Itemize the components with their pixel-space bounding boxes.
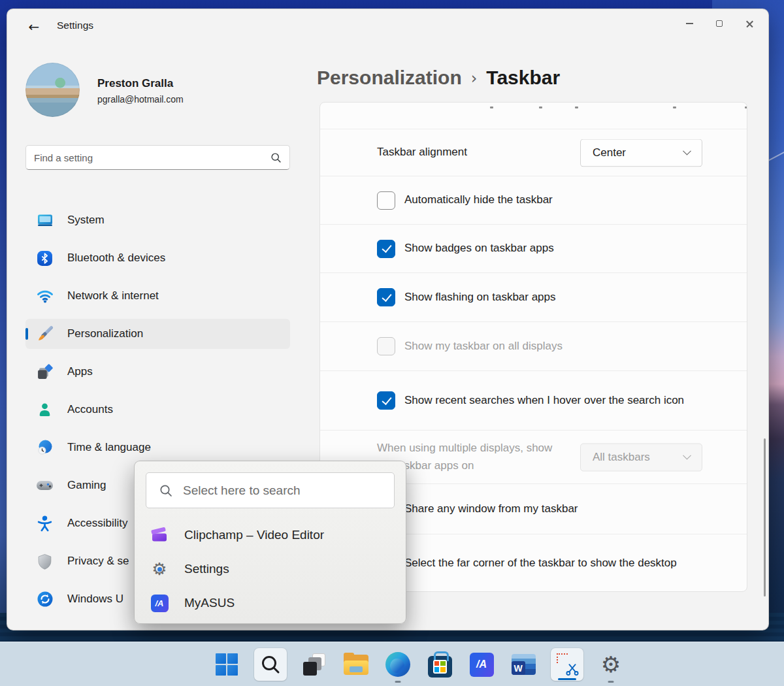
store-bag-icon <box>428 656 452 678</box>
find-setting-searchbox[interactable] <box>25 145 290 170</box>
sidebar-item-time-language[interactable]: Time & language <box>25 433 290 463</box>
checkbox-checked[interactable] <box>377 240 395 258</box>
sidebar-item-label: Accounts <box>67 403 113 416</box>
word-button[interactable]: W <box>509 650 538 679</box>
checkbox-unchecked[interactable] <box>377 191 395 210</box>
setting-row-recent-searches: Show recent searches when I hover over t… <box>320 370 747 430</box>
sidebar-item-label: Bluetooth & devices <box>67 252 165 265</box>
setting-label: Select the far corner of the taskbar to … <box>404 555 677 572</box>
sidebar-item-bluetooth-devices[interactable]: Bluetooth & devices <box>25 243 290 273</box>
dropdown-value: All taskbars <box>593 451 684 464</box>
setting-label: Automatically hide the taskbar <box>404 191 553 208</box>
back-button[interactable]: ← <box>23 17 45 37</box>
paintbrush-icon <box>36 325 54 343</box>
checkbox-checked[interactable] <box>377 288 395 306</box>
accessibility-person-icon <box>36 515 54 532</box>
file-explorer-button[interactable] <box>342 650 370 679</box>
sidebar-item-label: System <box>67 214 105 227</box>
word-icon: W <box>512 654 536 675</box>
screen: ← Settings Preston Gralla pgralla@hotmai… <box>0 0 784 686</box>
chevron-down-icon <box>683 451 691 459</box>
running-indicator <box>608 681 614 683</box>
myasus-icon: /A <box>470 653 494 677</box>
sidebar-item-label: Privacy & se <box>67 555 129 568</box>
search-icon <box>159 484 172 497</box>
clipped-row <box>320 103 747 129</box>
person-icon <box>36 401 54 419</box>
setting-row-auto-hide: Automatically hide the taskbar <box>320 176 747 224</box>
myasus-button[interactable]: /A <box>467 650 496 679</box>
task-view-icon <box>303 653 325 676</box>
myasus-icon: /A <box>150 594 169 612</box>
search-icon <box>260 654 281 675</box>
checkbox-disabled <box>377 337 395 355</box>
account-email: pgralla@hotmail.com <box>97 94 184 105</box>
microsoft-store-button[interactable] <box>425 650 454 679</box>
windows-logo-icon <box>216 653 238 676</box>
taskbar: /A W ⚙ <box>0 642 784 686</box>
sidebar-item-personalization[interactable]: Personalization <box>25 319 290 349</box>
setting-label: Show badges on taskbar apps <box>404 240 554 257</box>
edge-icon <box>385 652 410 677</box>
sidebar-item-system[interactable]: System <box>25 205 290 235</box>
setting-label: Taskbar alignment <box>377 144 467 161</box>
find-setting-input[interactable] <box>34 152 270 163</box>
sidebar-item-accounts[interactable]: Accounts <box>25 395 290 425</box>
shield-icon <box>36 553 54 570</box>
flyout-item-label: MyASUS <box>184 596 235 610</box>
search-icon <box>270 152 282 163</box>
gear-icon: ⚙ <box>601 653 621 676</box>
settings-gear-icon: ⚙ <box>150 560 169 578</box>
close-button[interactable] <box>734 12 764 35</box>
breadcrumb-personalization[interactable]: Personalization <box>317 67 462 89</box>
minimize-button[interactable] <box>674 12 704 35</box>
taskbar-alignment-dropdown[interactable]: Center <box>580 139 702 167</box>
flyout-item-settings[interactable]: ⚙ Settings <box>150 553 395 585</box>
chevron-down-icon <box>683 146 691 155</box>
sidebar-item-label: Gaming <box>67 479 106 492</box>
gamepad-icon <box>36 477 54 495</box>
flyout-search-input[interactable] <box>183 483 381 498</box>
clipchamp-icon <box>150 526 169 544</box>
taskbar-settings-button[interactable]: ⚙ <box>596 650 625 679</box>
folder-icon <box>344 655 368 675</box>
avatar[interactable] <box>25 63 80 117</box>
snipping-tool-icon <box>556 653 578 676</box>
window-title: Settings <box>57 20 93 31</box>
titlebar[interactable]: ← Settings <box>7 9 768 42</box>
sidebar-item-label: Accessibility <box>67 517 128 530</box>
search-flyout: Clipchamp – Video Editor ⚙ Settings /A M… <box>134 461 406 624</box>
setting-label: Show my taskbar on all displays <box>404 338 563 355</box>
chevron-right-icon: › <box>471 68 478 88</box>
active-indicator <box>558 678 576 681</box>
breadcrumb: Personalization › Taskbar <box>317 67 560 89</box>
sidebar-item-label: Network & internet <box>67 289 159 302</box>
apps-icon <box>36 363 54 381</box>
flyout-item-clipchamp[interactable]: Clipchamp – Video Editor <box>150 519 395 551</box>
setting-label: Show recent searches when I hover over t… <box>404 392 684 409</box>
setting-row-flashing: Show flashing on taskbar apps <box>320 272 747 321</box>
taskbar-search-button[interactable] <box>254 648 287 681</box>
checkbox-checked[interactable] <box>377 391 395 410</box>
flyout-item-label: Settings <box>184 562 229 576</box>
sidebar-item-apps[interactable]: Apps <box>25 357 290 387</box>
start-button[interactable] <box>212 650 241 679</box>
content-scrollbar[interactable] <box>764 438 766 596</box>
sidebar-item-label: Time & language <box>67 441 151 454</box>
sidebar-item-network-internet[interactable]: Network & internet <box>25 281 290 311</box>
setting-row-taskbar-alignment: Taskbar alignment Center <box>320 129 747 176</box>
setting-label: Show flashing on taskbar apps <box>404 289 556 306</box>
flyout-item-myasus[interactable]: /A MyASUS <box>150 587 395 619</box>
account-name: Preston Gralla <box>97 77 173 90</box>
clock-globe-icon <box>36 439 54 457</box>
edge-button[interactable] <box>384 650 412 679</box>
maximize-button[interactable] <box>704 12 734 35</box>
flyout-searchbox[interactable] <box>146 472 395 508</box>
setting-row-badges: Show badges on taskbar apps <box>320 224 747 272</box>
multiple-displays-dropdown: All taskbars <box>580 443 702 471</box>
sidebar-item-label: Apps <box>67 365 93 378</box>
setting-row-all-displays: Show my taskbar on all displays <box>320 321 747 370</box>
task-view-button[interactable] <box>300 650 329 679</box>
page-title: Taskbar <box>486 67 560 89</box>
snipping-tool-button[interactable] <box>551 648 583 681</box>
